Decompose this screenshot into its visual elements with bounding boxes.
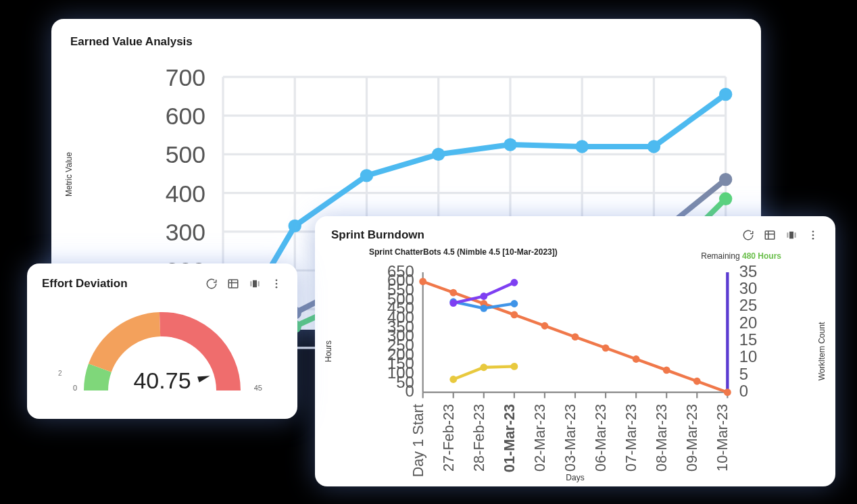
svg-text:15: 15 [739, 330, 758, 349]
gauge-toolbar [205, 278, 283, 290]
gauge-value: 40.75 [133, 368, 191, 394]
more-icon[interactable] [807, 229, 819, 241]
effort-deviation-card: Effort Deviation 40.75 0 45 2 [27, 263, 297, 419]
svg-rect-57 [789, 232, 793, 239]
burndown-title: Sprint Burndown [331, 228, 424, 242]
svg-text:28-Feb-23: 28-Feb-23 [470, 404, 487, 472]
svg-rect-51 [258, 281, 260, 286]
svg-point-120 [724, 388, 731, 396]
burndown-ylabel: Hours [324, 341, 333, 362]
svg-point-111 [449, 289, 457, 297]
burndown-remaining: Remaining 480 Hours [701, 251, 781, 261]
svg-point-128 [480, 363, 487, 371]
svg-text:5: 5 [739, 365, 748, 383]
svg-text:Day 1 Start: Day 1 Start [410, 404, 426, 477]
sprint-burndown-card: Sprint Burndown Sprint ChatterBots 4.5 (… [315, 216, 835, 486]
svg-rect-49 [253, 280, 257, 288]
svg-rect-59 [795, 232, 796, 238]
svg-point-116 [602, 345, 610, 352]
svg-rect-48 [228, 280, 238, 288]
svg-point-28 [504, 138, 516, 151]
svg-point-52 [276, 279, 278, 281]
carousel-icon[interactable] [785, 229, 798, 241]
burndown-remaining-label: Remaining [701, 251, 739, 261]
svg-text:02-Mar-23: 02-Mar-23 [531, 404, 548, 472]
svg-text:650: 650 [387, 263, 414, 280]
svg-point-118 [663, 366, 670, 374]
svg-text:600: 600 [166, 103, 205, 130]
earned-value-title: Earned Value Analysis [70, 35, 742, 49]
gauge-tick-2: 2 [58, 370, 62, 377]
refresh-icon[interactable] [742, 229, 754, 241]
svg-point-122 [480, 305, 487, 312]
svg-point-117 [633, 355, 640, 363]
svg-text:20: 20 [739, 313, 758, 332]
svg-rect-50 [250, 281, 251, 286]
svg-point-61 [812, 234, 814, 236]
svg-rect-56 [765, 231, 775, 239]
svg-text:07-Mar-23: 07-Mar-23 [622, 404, 639, 472]
gauge-max: 45 [254, 384, 262, 392]
svg-text:500: 500 [166, 141, 205, 168]
svg-point-119 [693, 378, 701, 385]
svg-point-31 [719, 88, 732, 101]
svg-text:400: 400 [166, 180, 205, 207]
svg-point-25 [289, 220, 301, 232]
table-icon[interactable] [764, 229, 776, 241]
svg-point-124 [449, 299, 457, 307]
gauge-min: 0 [58, 384, 77, 392]
svg-point-27 [432, 148, 445, 161]
svg-point-60 [812, 230, 814, 232]
effort-deviation-title: Effort Deviation [42, 277, 128, 291]
svg-point-26 [360, 169, 373, 182]
burndown-y2label: WorkItem Count [817, 322, 827, 380]
svg-point-129 [510, 363, 518, 370]
svg-point-47 [719, 193, 732, 205]
svg-marker-55 [197, 376, 210, 382]
svg-text:09-Mar-23: 09-Mar-23 [683, 404, 700, 472]
svg-point-126 [510, 279, 518, 286]
svg-point-114 [541, 322, 549, 330]
svg-point-115 [572, 333, 579, 341]
svg-point-29 [575, 140, 588, 153]
svg-text:03-Mar-23: 03-Mar-23 [562, 404, 579, 472]
burndown-remaining-value: 480 Hours [742, 251, 781, 261]
svg-point-39 [719, 173, 732, 186]
svg-text:25: 25 [739, 296, 758, 314]
svg-point-30 [647, 140, 660, 153]
more-icon[interactable] [270, 278, 283, 290]
table-icon[interactable] [227, 278, 239, 290]
svg-point-127 [449, 376, 457, 383]
svg-text:10: 10 [739, 347, 758, 366]
svg-rect-58 [787, 232, 788, 238]
svg-text:300: 300 [166, 219, 205, 246]
svg-point-125 [480, 293, 487, 300]
svg-text:01-Mar-23: 01-Mar-23 [501, 404, 518, 472]
svg-text:06-Mar-23: 06-Mar-23 [592, 404, 609, 472]
svg-text:700: 700 [166, 64, 205, 91]
svg-text:35: 35 [739, 263, 758, 280]
svg-point-113 [510, 311, 518, 318]
svg-text:08-Mar-23: 08-Mar-23 [653, 404, 670, 472]
svg-text:27-Feb-23: 27-Feb-23 [440, 404, 457, 472]
svg-point-123 [510, 300, 518, 307]
svg-point-62 [812, 238, 814, 240]
svg-point-53 [276, 283, 278, 285]
earned-value-ylabel: Metric Value [64, 152, 74, 197]
gauge-plot: 40.75 0 45 2 [68, 296, 257, 397]
refresh-icon[interactable] [205, 278, 218, 290]
svg-text:0: 0 [739, 382, 748, 400]
svg-point-54 [276, 286, 278, 288]
burndown-toolbar [742, 229, 819, 241]
svg-text:10-Mar-23: 10-Mar-23 [714, 404, 731, 472]
carousel-icon[interactable] [249, 278, 261, 290]
svg-text:30: 30 [739, 279, 758, 297]
svg-point-110 [419, 278, 426, 285]
burndown-plot: 0501001502002503003504004505005506006500… [356, 263, 795, 483]
